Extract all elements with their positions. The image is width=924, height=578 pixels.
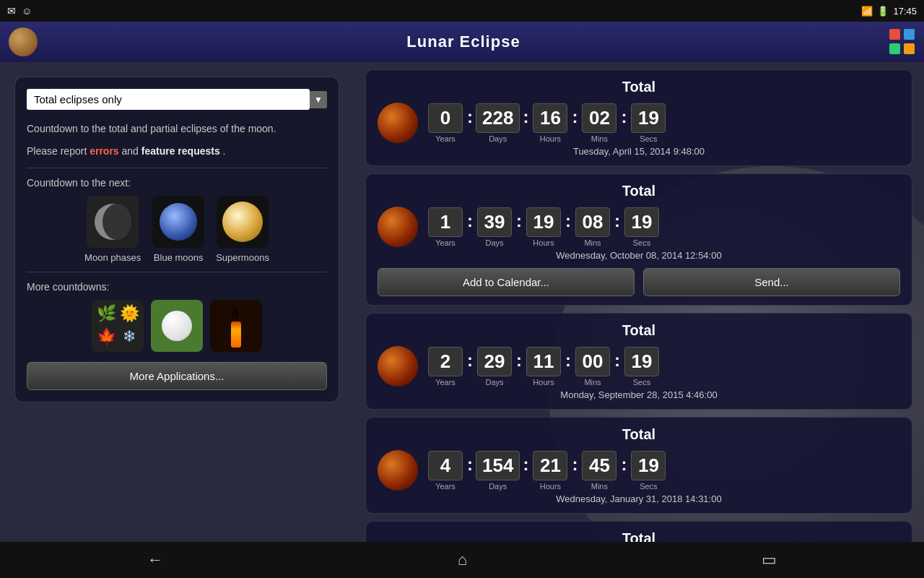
divider2	[27, 272, 327, 272]
recent-apps-button[interactable]: ▭	[762, 551, 777, 569]
secs-value-4: 19	[631, 451, 666, 480]
mins-value-1: 02	[582, 103, 616, 133]
moon-phases-icon	[87, 196, 139, 248]
golf-ball	[162, 311, 192, 341]
smiley-icon: ☺	[22, 5, 32, 17]
supermoons-item[interactable]: Supermoons	[216, 196, 269, 263]
moon-phases-label: Moon phases	[84, 252, 141, 263]
years-label-3: Years	[435, 378, 456, 387]
supermoons-icon	[217, 196, 269, 248]
golf-icon[interactable]	[151, 300, 203, 352]
eclipse-title-4: Total	[378, 426, 900, 443]
time-display-3: 2 Years : 29 Days : 11 Hours : 0	[427, 347, 900, 387]
days-value-2: 39	[477, 207, 512, 237]
eclipse-title-5: Total	[378, 530, 900, 542]
moon-phases-item[interactable]: Moon phases	[84, 196, 141, 263]
hours-block-1: 16 Hours	[531, 103, 569, 143]
sun-icon: 🌞	[119, 304, 139, 324]
secs-label-4: Secs	[640, 482, 657, 491]
years-label-4: Years	[435, 482, 456, 491]
blue-moons-label: Blue moons	[154, 252, 204, 263]
hours-block-2: 19 Hours	[525, 207, 562, 247]
hours-label-1: Hours	[540, 134, 561, 143]
blue-moons-item[interactable]: Blue moons	[152, 196, 204, 263]
left-panel: Total eclipses only ▼ Countdown to the t…	[0, 62, 354, 542]
secs-label-2: Secs	[633, 238, 650, 247]
time-display-1: 0 Years : 228 Days : 16 Hours :	[427, 103, 900, 143]
moon-thumb-3	[378, 346, 418, 387]
hours-label-4: Hours	[540, 482, 561, 491]
mins-block-2: 08 Mins	[574, 207, 611, 247]
time-display-4: 4 Years : 154 Days : 21 Hours :	[427, 451, 900, 491]
eclipse-card-2: Total 1 Years : 39 Days : 19	[365, 173, 912, 306]
secs-block-2: 19 Secs	[623, 207, 661, 247]
colon-1d: :	[618, 107, 629, 127]
more-applications-button[interactable]: More Applications...	[27, 362, 327, 390]
blue-moons-icon	[152, 196, 204, 248]
days-value-4: 154	[476, 451, 520, 480]
dropdown-arrow-icon[interactable]: ▼	[310, 91, 327, 108]
hours-label-3: Hours	[533, 378, 554, 387]
left-panel-card: Total eclipses only ▼ Countdown to the t…	[14, 77, 339, 402]
colon-4a: :	[464, 454, 476, 475]
countdown-row-3: 2 Years : 29 Days : 11 Hours : 0	[378, 346, 900, 387]
divider1	[27, 168, 327, 168]
eclipse-card-5: Total	[365, 521, 912, 542]
days-block-4: 154 Days	[476, 451, 520, 491]
colon-3c: :	[562, 350, 574, 371]
days-value-3: 29	[477, 347, 512, 376]
colon-4c: :	[569, 454, 580, 475]
secs-label-1: Secs	[640, 134, 657, 143]
description2: Please report errors and feature request…	[27, 144, 327, 159]
action-row-2: Add to Calendar... Send...	[378, 268, 900, 296]
mins-value-3: 00	[575, 347, 610, 376]
eclipse-card-4: Total 4 Years : 154 Days : 21	[365, 417, 912, 514]
secs-block-1: 19 Secs	[629, 103, 667, 143]
spring-icon: 🌿	[96, 304, 116, 324]
status-left-icons: ✉ ☺	[7, 5, 32, 17]
eclipse-filter-label: Total eclipses only	[34, 93, 122, 105]
grid-icon[interactable]	[889, 29, 915, 55]
mins-label-1: Mins	[591, 134, 608, 143]
eclipse-title-2: Total	[378, 183, 900, 199]
snow-icon: ❄	[119, 327, 139, 348]
hours-value-2: 19	[526, 207, 561, 237]
hours-label-2: Hours	[533, 238, 554, 247]
years-value-1: 0	[428, 103, 463, 133]
moon-thumb-4	[378, 450, 418, 491]
seasons-icon[interactable]: 🌿 🌞 🍁 ❄	[92, 300, 144, 352]
days-label-2: Days	[485, 238, 503, 247]
mins-label-3: Mins	[584, 378, 601, 387]
days-block-1: 228 Days	[476, 103, 520, 143]
countdown-row-4: 4 Years : 154 Days : 21 Hours :	[378, 450, 900, 491]
years-value-3: 2	[428, 347, 463, 376]
colon-2b: :	[513, 211, 525, 231]
eclipse-filter-row: Total eclipses only ▼	[27, 89, 327, 110]
battery-icon: 🔋	[877, 6, 889, 17]
home-button[interactable]: ⌂	[458, 551, 467, 569]
feature-link[interactable]: feature requests	[141, 145, 220, 157]
eclipse-date-2: Wednesday, October 08, 2014 12:54:00	[378, 250, 900, 261]
days-value-1: 228	[476, 103, 520, 133]
mins-label-4: Mins	[591, 482, 608, 491]
errors-link[interactable]: errors	[90, 145, 118, 157]
eclipse-filter-dropdown[interactable]: Total eclipses only	[27, 89, 310, 110]
days-block-2: 39 Days	[476, 207, 513, 247]
add-to-calendar-button[interactable]: Add to Calendar...	[378, 268, 635, 296]
desc-text1: Countdown to the total and partial eclip…	[27, 123, 276, 134]
hours-block-4: 21 Hours	[531, 451, 569, 491]
colon-4b: :	[520, 454, 531, 475]
back-button[interactable]: ←	[147, 551, 163, 569]
mins-label-2: Mins	[584, 238, 601, 247]
hours-value-1: 16	[533, 103, 567, 133]
send-button[interactable]: Send...	[643, 268, 900, 296]
status-right-icons: 📶 🔋 17:45	[861, 6, 917, 17]
candle-icon[interactable]	[210, 300, 262, 352]
more-countdown-icons: 🌿 🌞 🍁 ❄	[27, 300, 327, 352]
eclipse-title-3: Total	[378, 322, 900, 339]
colon-3d: :	[611, 350, 623, 371]
days-label-3: Days	[485, 378, 503, 387]
eclipse-card-3: Total 2 Years : 29 Days : 11	[365, 313, 912, 410]
moon-thumb-2	[378, 207, 418, 247]
mins-value-2: 08	[575, 207, 610, 237]
